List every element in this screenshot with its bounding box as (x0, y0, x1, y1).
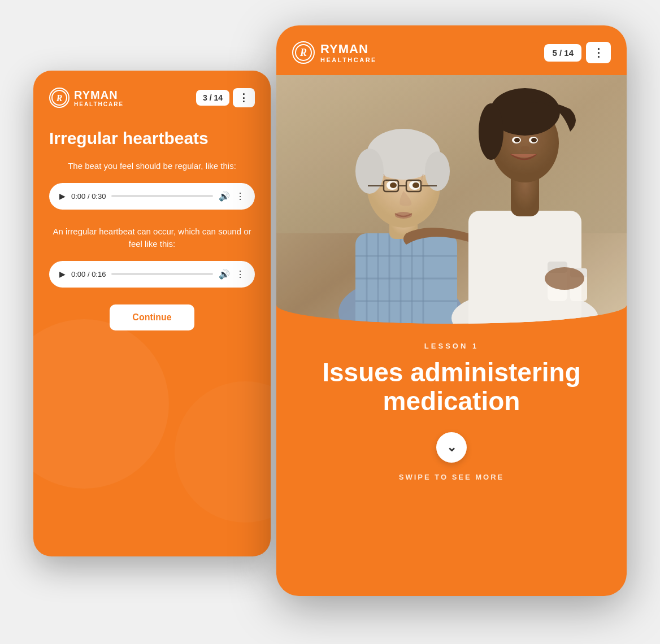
front-card: R RYMAN HEALTHCARE 5 / 14 ⋮ (276, 25, 627, 596)
front-dots-button[interactable]: ⋮ (586, 42, 611, 63)
scene: R RYMAN HEALTHCARE 3 / 14 ⋮ Irregular he… (33, 25, 627, 619)
chevron-down-button[interactable]: ⌄ (436, 432, 467, 463)
front-card-content: LESSON 1 Issues administering medication… (276, 324, 627, 596)
time-label-1: 0:00 / 0:30 (71, 192, 106, 201)
back-counter-badge: 3 / 14 (196, 90, 229, 106)
front-card-image (276, 75, 627, 324)
front-logo: R RYMAN HEALTHCARE (292, 41, 377, 64)
back-card-desc2: An irregular heartbeat can occur, which … (49, 225, 255, 251)
front-brand-sub: HEALTHCARE (320, 56, 377, 63)
front-logo-icon: R (292, 41, 315, 64)
photo-svg (276, 75, 627, 324)
back-brand-name: RYMAN (74, 89, 124, 101)
back-card-counter-group: 3 / 14 ⋮ (196, 88, 255, 107)
back-dots-button[interactable]: ⋮ (233, 88, 255, 107)
volume-button-2[interactable]: 🔊 (219, 269, 230, 280)
back-logo-icon: R (49, 88, 70, 108)
front-brand-name: RYMAN (320, 42, 377, 56)
svg-rect-48 (276, 75, 627, 324)
wave-deco-2 (175, 381, 271, 523)
continue-button[interactable]: Continue (110, 304, 194, 330)
chevron-down-icon: ⌄ (446, 440, 457, 455)
back-brand-sub: HEALTHCARE (74, 101, 124, 107)
audio-player-2[interactable]: ▶ 0:00 / 0:16 🔊 ⋮ (49, 261, 255, 288)
front-counter-group: 5 / 14 ⋮ (544, 42, 611, 63)
progress-bar-1[interactable] (111, 195, 213, 197)
back-card-logo: R RYMAN HEALTHCARE (49, 88, 124, 108)
progress-bar-2[interactable] (111, 273, 213, 275)
svg-text:R: R (56, 93, 63, 103)
back-card-title: Irregular heartbeats (49, 128, 255, 149)
swipe-label: SWIPE TO SEE MORE (399, 473, 505, 481)
front-counter-badge: 5 / 14 (544, 44, 581, 62)
front-logo-text: RYMAN HEALTHCARE (320, 42, 377, 63)
play-button-2[interactable]: ▶ (59, 269, 66, 279)
back-card-header: R RYMAN HEALTHCARE 3 / 14 ⋮ (49, 88, 255, 108)
more-button-1[interactable]: ⋮ (236, 191, 245, 202)
back-card: R RYMAN HEALTHCARE 3 / 14 ⋮ Irregular he… (33, 71, 271, 556)
time-label-2: 0:00 / 0:16 (71, 270, 106, 279)
lesson-label: LESSON 1 (424, 342, 479, 350)
back-card-desc1: The beat you feel should be regular, lik… (49, 160, 255, 173)
svg-text:R: R (299, 47, 307, 58)
play-button-1[interactable]: ▶ (59, 192, 66, 201)
more-button-2[interactable]: ⋮ (236, 269, 245, 280)
lesson-title: Issues administering medication (299, 358, 604, 415)
back-logo-text: RYMAN HEALTHCARE (74, 89, 124, 107)
wave-deco-1 (33, 319, 169, 489)
front-card-header: R RYMAN HEALTHCARE 5 / 14 ⋮ (276, 25, 627, 75)
audio-player-1[interactable]: ▶ 0:00 / 0:30 🔊 ⋮ (49, 183, 255, 210)
volume-button-1[interactable]: 🔊 (219, 191, 230, 202)
